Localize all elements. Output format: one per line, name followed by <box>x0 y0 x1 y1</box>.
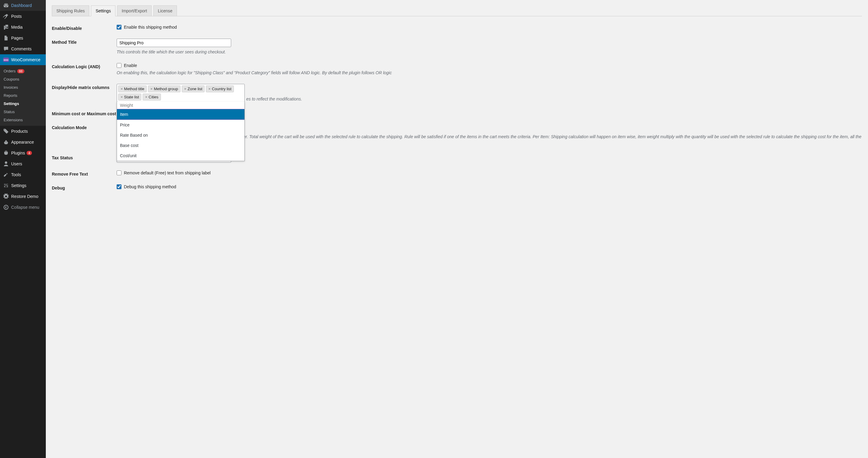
sidebar-item-settings[interactable]: Settings <box>0 180 46 191</box>
tag-remove-icon[interactable]: × <box>121 87 123 91</box>
sidebar-item-restore[interactable]: Restore Demo <box>0 191 46 202</box>
row-remove-free: Remove Free Text Remove default (Free) t… <box>52 170 862 176</box>
remove-free-checkbox[interactable] <box>117 170 121 175</box>
tab-import-export[interactable]: Import/Export <box>117 5 152 16</box>
svg-point-0 <box>4 205 8 209</box>
dropdown-option-cost-unit[interactable]: Cost/unit <box>117 150 244 161</box>
sidebar-label: Appearance <box>11 140 34 145</box>
label-method-title: Method Title <box>52 39 117 45</box>
submenu-orders[interactable]: Orders88 <box>0 67 46 75</box>
debug-checkbox[interactable] <box>117 184 121 189</box>
sidebar-item-comments[interactable]: Comments <box>0 44 46 54</box>
debug-checkbox-wrap[interactable]: Debug this shipping method <box>117 184 862 189</box>
sidebar-item-woocommerce[interactable]: woo WooCommerce <box>0 54 46 65</box>
sidebar-label: Users <box>11 162 22 166</box>
tag-state-list[interactable]: ×State list <box>118 93 141 101</box>
debug-label: Debug this shipping method <box>124 184 176 189</box>
tag-remove-icon[interactable]: × <box>208 87 211 91</box>
sidebar-label: Plugins <box>11 150 25 155</box>
sidebar-item-users[interactable]: Users <box>0 159 46 169</box>
appearance-icon <box>3 139 9 145</box>
dropdown-option-price[interactable]: Price <box>117 120 244 130</box>
dropdown-option-weight[interactable]: Weight <box>117 102 244 109</box>
media-icon <box>3 24 9 30</box>
plugins-badge: 4 <box>27 151 32 155</box>
dropdown-option-item[interactable]: Item <box>117 109 244 120</box>
matrix-columns-dropdown: WeightItemPriceRate Based onBase costCos… <box>117 102 245 161</box>
matrix-columns-multiselect[interactable]: ×Method title×Method group×Zone list×Cou… <box>117 84 245 102</box>
remove-free-label: Remove default (Free) text from shipping… <box>124 170 211 175</box>
sidebar-item-media[interactable]: Media <box>0 22 46 33</box>
sidebar-label: Products <box>11 129 28 134</box>
page-icon <box>3 35 9 41</box>
tab-shipping-rules[interactable]: Shipping Rules <box>52 5 89 16</box>
submenu-coupons[interactable]: Coupons <box>0 75 46 83</box>
dashboard-icon <box>3 2 9 8</box>
row-debug: Debug Debug this shipping method <box>52 184 862 190</box>
sidebar-label: Comments <box>11 47 32 51</box>
sidebar-item-appearance[interactable]: Appearance <box>0 137 46 147</box>
method-title-help: This controls the title which the user s… <box>117 49 862 55</box>
label-min-max: Minimum cost or Maximum cost <box>52 110 117 116</box>
calc-logic-checkbox-wrap[interactable]: Enable <box>117 63 862 68</box>
label-remove-free: Remove Free Text <box>52 170 117 176</box>
enable-shipping-checkbox-wrap[interactable]: Enable this shipping method <box>117 25 862 30</box>
admin-sidebar: Dashboard Posts Media Pages Comments woo… <box>0 0 46 458</box>
label-display-hide: Display/Hide matrix columns <box>52 84 117 90</box>
tag-country-list[interactable]: ×Country list <box>206 85 234 92</box>
sidebar-label: WooCommerce <box>11 57 40 62</box>
sidebar-label: Dashboard <box>11 3 32 8</box>
sidebar-item-pages[interactable]: Pages <box>0 33 46 44</box>
sidebar-label: Restore Demo <box>11 194 38 199</box>
calc-logic-help: On enabling this, the calculation logic … <box>117 70 862 76</box>
sidebar-item-collapse[interactable]: Collapse menu <box>0 202 46 213</box>
sidebar-item-products[interactable]: Products <box>0 126 46 137</box>
submenu-extensions[interactable]: Extensions <box>0 116 46 124</box>
gear-icon <box>3 193 9 199</box>
tag-remove-icon[interactable]: × <box>184 87 187 91</box>
tag-remove-icon[interactable]: × <box>145 95 147 99</box>
submenu-status[interactable]: Status <box>0 108 46 116</box>
tag-remove-icon[interactable]: × <box>121 95 123 99</box>
row-method-title: Method Title This controls the title whi… <box>52 39 862 55</box>
dropdown-option-rate-based-on[interactable]: Rate Based on <box>117 130 244 140</box>
sidebar-item-plugins[interactable]: Plugins 4 <box>0 147 46 159</box>
dropdown-option-base-cost[interactable]: Base cost <box>117 140 244 150</box>
tab-license[interactable]: License <box>153 5 177 16</box>
sidebar-label: Posts <box>11 14 22 19</box>
main-content: Shipping Rules Settings Import/Export Li… <box>46 0 868 458</box>
tools-icon <box>3 172 9 178</box>
sidebar-label: Collapse menu <box>11 205 39 210</box>
tag-method-group[interactable]: ×Method group <box>148 85 181 92</box>
tag-method-title[interactable]: ×Method title <box>118 85 147 92</box>
plugin-icon <box>3 150 9 156</box>
pin-icon <box>3 13 9 19</box>
label-tax-status: Tax Status <box>52 154 117 160</box>
calc-logic-label: Enable <box>124 63 137 68</box>
submenu-settings[interactable]: Settings <box>0 99 46 108</box>
sidebar-item-dashboard[interactable]: Dashboard <box>0 0 46 11</box>
row-calc-logic: Calculation Logic (AND) Enable On enabli… <box>52 63 862 76</box>
tag-cities[interactable]: ×Cities <box>143 93 161 101</box>
method-title-input[interactable] <box>117 39 231 47</box>
remove-free-checkbox-wrap[interactable]: Remove default (Free) text from shipping… <box>117 170 862 175</box>
label-debug: Debug <box>52 184 117 190</box>
enable-shipping-checkbox[interactable] <box>117 25 121 30</box>
tag-remove-icon[interactable]: × <box>150 87 153 91</box>
submenu-reports[interactable]: Reports <box>0 91 46 99</box>
row-display-hide: Display/Hide matrix columns ×Method titl… <box>52 84 862 102</box>
tab-settings[interactable]: Settings <box>91 5 116 16</box>
tag-zone-list[interactable]: ×Zone list <box>182 85 205 92</box>
label-enable-disable: Enable/Disable <box>52 25 117 31</box>
sidebar-item-tools[interactable]: Tools <box>0 169 46 180</box>
sidebar-label: Settings <box>11 183 27 188</box>
tabs: Shipping Rules Settings Import/Export Li… <box>52 5 862 16</box>
comment-icon <box>3 46 9 52</box>
calc-logic-checkbox[interactable] <box>117 63 121 68</box>
row-enable-disable: Enable/Disable Enable this shipping meth… <box>52 25 862 31</box>
sidebar-label: Pages <box>11 36 23 40</box>
woocommerce-submenu: Orders88 Coupons Invoices Reports Settin… <box>0 65 46 126</box>
submenu-invoices[interactable]: Invoices <box>0 83 46 91</box>
sidebar-item-posts[interactable]: Posts <box>0 11 46 22</box>
collapse-icon <box>3 204 9 210</box>
